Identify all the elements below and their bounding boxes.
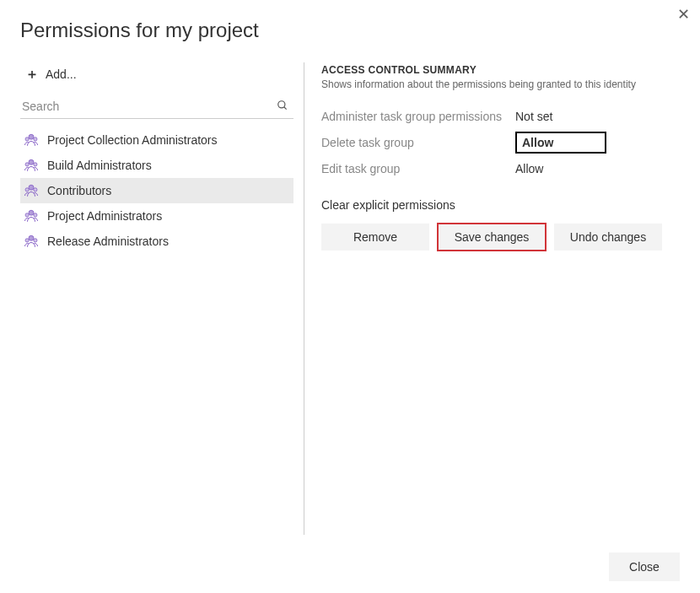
group-item-label: Release Administrators <box>47 235 169 248</box>
access-control-subheading: Shows information about the permissions … <box>321 76 680 105</box>
svg-line-1 <box>284 107 287 110</box>
svg-point-14 <box>29 235 34 240</box>
svg-point-9 <box>25 188 29 191</box>
group-icon <box>24 234 39 249</box>
svg-point-15 <box>25 239 29 242</box>
permission-label: Edit task group <box>321 162 515 175</box>
svg-point-5 <box>29 159 34 164</box>
svg-point-3 <box>25 137 29 141</box>
group-item[interactable]: Build Administrators <box>20 153 293 178</box>
group-icon <box>24 208 39 224</box>
search-input[interactable] <box>20 94 293 118</box>
permissions-table: Administer task group permissionsNot set… <box>321 105 680 180</box>
group-icon <box>24 132 39 148</box>
svg-point-6 <box>25 163 29 166</box>
svg-point-4 <box>34 137 37 141</box>
svg-point-16 <box>34 239 37 242</box>
permission-value-dropdown[interactable]: Allow <box>515 132 606 154</box>
permission-label: Delete task group <box>321 136 515 149</box>
group-item[interactable]: Release Administrators <box>20 229 293 254</box>
group-item[interactable]: Project Administrators <box>20 203 293 229</box>
permission-row: Edit task groupAllow <box>321 158 680 180</box>
permission-label: Administer task group permissions <box>321 110 515 123</box>
svg-point-10 <box>34 188 37 191</box>
svg-point-13 <box>34 213 37 217</box>
plus-icon: ＋ <box>25 67 39 81</box>
save-changes-button[interactable]: Save changes <box>438 224 546 251</box>
permission-value-text: Allow <box>522 136 553 149</box>
svg-point-7 <box>34 163 37 166</box>
group-item-label: Contributors <box>47 184 111 197</box>
undo-changes-button[interactable]: Undo changes <box>554 224 662 251</box>
search-icon <box>277 100 288 114</box>
access-control-heading: ACCESS CONTROL SUMMARY <box>321 62 680 76</box>
permission-action-buttons: Remove Save changes Undo changes <box>321 224 680 251</box>
group-item-label: Project Collection Administrators <box>47 133 218 147</box>
search-container <box>20 94 293 119</box>
svg-point-12 <box>25 213 29 217</box>
clear-permissions-label: Clear explicit permissions <box>321 180 680 224</box>
svg-point-11 <box>29 210 34 215</box>
svg-point-8 <box>29 185 34 190</box>
group-item-label: Project Administrators <box>47 209 162 223</box>
permission-row: Delete task group Allow <box>321 127 680 158</box>
groups-list: Project Collection Administrators Build … <box>20 127 293 254</box>
permission-value-text: Allow <box>515 162 543 175</box>
add-group-label: Add... <box>46 67 77 81</box>
permission-row: Administer task group permissionsNot set <box>321 105 680 127</box>
group-item[interactable]: Contributors <box>20 178 293 203</box>
svg-point-0 <box>278 101 285 108</box>
svg-point-2 <box>29 134 34 139</box>
add-group-button[interactable]: ＋ Add... <box>20 62 293 94</box>
group-item[interactable]: Project Collection Administrators <box>20 127 293 153</box>
group-item-label: Build Administrators <box>47 159 152 172</box>
remove-button[interactable]: Remove <box>321 224 429 251</box>
permission-value-text: Not set <box>515 110 552 123</box>
close-button[interactable]: Close <box>609 553 680 581</box>
group-icon <box>24 158 39 173</box>
close-icon[interactable]: ✕ <box>674 3 693 25</box>
page-title: Permissions for my project <box>0 0 700 42</box>
group-icon <box>24 183 39 198</box>
